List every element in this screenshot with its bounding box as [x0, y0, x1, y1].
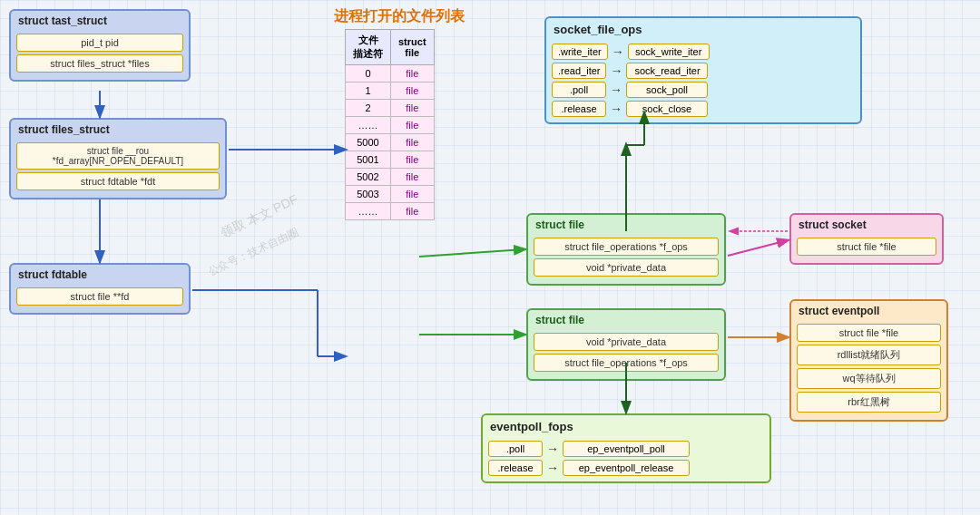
ep-release-right: ep_eventpoll_release: [563, 460, 690, 476]
fd-file-0: file: [391, 65, 435, 83]
ops-write-left: .write_iter: [552, 44, 608, 60]
struct-file-eventpoll: struct file void *private_data struct fi…: [526, 308, 726, 381]
field-ep-file: struct file *file: [797, 324, 941, 342]
field-fd-array: struct file __rou *fd_array[NR_OPEN_DEFA…: [16, 142, 220, 170]
ops-write-right: sock_write_iter: [628, 44, 710, 60]
field-fops2: struct file_operations *f_ops: [534, 354, 719, 372]
ep-poll-arrow: →: [546, 442, 559, 456]
struct-fdtable: struct fdtable struct file **fd: [9, 263, 191, 315]
field-rdllist: rdllist就绪队列: [797, 345, 941, 365]
struct-eventpoll-fields: struct file *file rdllist就绪队列 wq等待队列 rbr…: [791, 324, 946, 420]
struct-fdtable-title: struct fdtable: [11, 265, 189, 285]
ep-poll-left: .poll: [488, 441, 543, 457]
field-fdt: struct fdtable *fdt: [16, 172, 220, 190]
fd-row-0: 0: [346, 65, 391, 83]
field-fops: struct file_operations *f_ops: [534, 238, 719, 256]
field-pid: pid_t pid: [16, 34, 183, 52]
ops-release-right: sock_close: [626, 101, 708, 117]
struct-files-title: struct files_struct: [11, 120, 225, 140]
field-rbr: rbr红黑树: [797, 392, 941, 413]
struct-files-fields: struct file __rou *fd_array[NR_OPEN_DEFA…: [11, 142, 225, 198]
eventpoll-fops: eventpoll_fops .poll → ep_eventpoll_poll…: [481, 413, 771, 483]
struct-file-socket: struct file struct file_operations *f_op…: [526, 213, 726, 286]
socket-file-ops-title: socket_file_ops: [546, 18, 860, 41]
struct-eventpoll: struct eventpoll struct file *file rdlli…: [789, 299, 948, 422]
file-col-header: structfile: [391, 30, 435, 65]
struct-file-eventpoll-fields: void *private_data struct file_operation…: [528, 333, 724, 379]
ep-release-arrow: →: [546, 461, 559, 475]
svg-line-11: [728, 240, 788, 256]
ep-release-left: .release: [488, 460, 543, 476]
ops-read: .read_iter → sock_read_iter: [552, 63, 855, 79]
socket-file-ops: socket_file_ops .write_iter → sock_write…: [544, 16, 862, 124]
ops-release-arrow: →: [610, 102, 622, 116]
struct-socket-fields: struct file *file: [791, 238, 942, 263]
struct-task-fields: pid_t pid struct files_struct *files: [11, 34, 189, 80]
struct-files: struct files_struct struct file __rou *f…: [9, 118, 227, 199]
svg-line-6: [419, 249, 524, 257]
ep-poll-right: ep_eventpoll_poll: [563, 441, 690, 457]
field-fd: struct file **fd: [16, 287, 183, 306]
field-socket-file: struct file *file: [797, 238, 936, 256]
struct-socket-title: struct socket: [791, 215, 942, 235]
page-title: 进程打开的文件列表: [309, 7, 490, 26]
field-wq: wq等待队列: [797, 368, 941, 389]
ep-ops-release: .release → ep_eventpoll_release: [488, 460, 764, 476]
ops-poll-right: sock_poll: [626, 82, 708, 98]
struct-socket: struct socket struct file *file: [789, 213, 944, 265]
struct-task-title: struct tast_struct: [11, 11, 189, 31]
ops-poll-left: .poll: [552, 82, 606, 98]
field-private: void *private_data: [534, 258, 719, 277]
ops-release-left: .release: [552, 101, 606, 117]
struct-file-socket-title: struct file: [528, 215, 724, 235]
ops-poll: .poll → sock_poll: [552, 82, 855, 98]
ep-ops-poll: .poll → ep_eventpoll_poll: [488, 441, 764, 457]
field-files: struct files_struct *files: [16, 54, 183, 73]
struct-fdtable-fields: struct file **fd: [11, 287, 189, 313]
eventpoll-fops-title: eventpoll_fops: [483, 415, 769, 438]
watermark-1: 领取 本文 PDF: [218, 191, 300, 241]
struct-task: struct tast_struct pid_t pid struct file…: [9, 9, 191, 82]
ops-write: .write_iter → sock_write_iter: [552, 44, 855, 60]
fd-table: 文件描述符 structfile 0 file 1 file 2 file ………: [345, 29, 435, 220]
ops-read-right: sock_read_iter: [626, 63, 708, 79]
watermark-2: 公众号：技术自由圈: [205, 225, 300, 280]
struct-file-eventpoll-title: struct file: [528, 310, 724, 330]
ops-read-arrow: →: [610, 63, 622, 78]
fd-col-header: 文件描述符: [346, 30, 391, 65]
ops-read-left: .read_iter: [552, 63, 606, 79]
ops-release: .release → sock_close: [552, 101, 855, 117]
struct-eventpoll-title: struct eventpoll: [791, 301, 946, 321]
struct-file-socket-fields: struct file_operations *f_ops void *priv…: [528, 238, 724, 284]
ops-write-arrow: →: [612, 44, 624, 59]
field-private2: void *private_data: [534, 333, 719, 351]
ops-poll-arrow: →: [610, 83, 622, 97]
